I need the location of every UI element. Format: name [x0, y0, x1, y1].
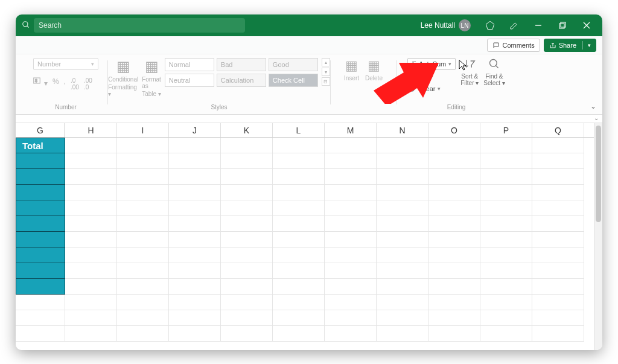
spreadsheet-grid[interactable]: GHIJKLMNOPQ Total — [16, 123, 602, 350]
cell[interactable] — [221, 279, 273, 295]
cell[interactable] — [480, 153, 532, 169]
column-header[interactable]: Q — [532, 123, 584, 137]
column-header[interactable]: H — [65, 123, 117, 137]
cell[interactable] — [532, 138, 584, 153]
style-bad[interactable]: Bad — [217, 58, 266, 71]
cell[interactable] — [325, 185, 377, 200]
cell[interactable] — [16, 200, 65, 216]
cell[interactable] — [532, 295, 584, 310]
cell[interactable] — [325, 310, 377, 326]
cell[interactable] — [16, 153, 65, 169]
number-format-select[interactable]: Number ▾ — [33, 58, 98, 70]
cell[interactable] — [169, 310, 221, 326]
cell[interactable] — [480, 310, 532, 326]
collapse-ribbon-icon[interactable]: ⌄ — [590, 102, 596, 110]
cell[interactable] — [169, 232, 221, 247]
cell[interactable] — [65, 326, 117, 342]
cell[interactable] — [117, 200, 169, 216]
cell[interactable] — [273, 247, 325, 263]
style-calculation[interactable]: Calculation — [217, 74, 266, 87]
cell[interactable] — [117, 279, 169, 295]
cell[interactable] — [169, 263, 221, 279]
chevron-down-icon[interactable]: ▾ — [322, 68, 330, 76]
chevron-up-icon[interactable]: ▴ — [322, 58, 330, 66]
sort-filter-button[interactable]: Sort & Filter ▾ — [460, 58, 479, 86]
cell[interactable] — [532, 185, 584, 200]
cell[interactable] — [16, 326, 65, 342]
cell[interactable] — [532, 247, 584, 263]
increase-decimal-icon[interactable]: .0.00 — [71, 77, 79, 91]
cell[interactable] — [117, 326, 169, 342]
cell[interactable] — [480, 232, 532, 247]
cell[interactable] — [428, 232, 480, 247]
more-styles-icon[interactable]: ⊟ — [322, 77, 330, 86]
cell[interactable] — [16, 295, 65, 310]
column-header[interactable]: P — [480, 123, 532, 137]
cell[interactable] — [480, 185, 532, 200]
cell[interactable] — [65, 138, 117, 153]
cell[interactable] — [221, 216, 273, 232]
cell[interactable] — [325, 247, 377, 263]
cell[interactable] — [325, 153, 377, 169]
cell[interactable] — [273, 138, 325, 153]
vertical-scrollbar[interactable] — [594, 123, 602, 350]
cell[interactable] — [325, 326, 377, 342]
cell[interactable] — [169, 247, 221, 263]
cell[interactable] — [532, 200, 584, 216]
cell[interactable] — [65, 295, 117, 310]
cell[interactable] — [221, 138, 273, 153]
cell[interactable] — [117, 138, 169, 153]
cell[interactable] — [480, 263, 532, 279]
cell[interactable] — [377, 232, 428, 247]
cell[interactable] — [377, 263, 428, 279]
cell[interactable] — [221, 200, 273, 216]
cell[interactable] — [325, 138, 377, 153]
cell[interactable] — [428, 200, 480, 216]
cell[interactable] — [428, 153, 480, 169]
cell[interactable] — [428, 295, 480, 310]
cell[interactable] — [428, 169, 480, 185]
cell[interactable] — [480, 200, 532, 216]
cell[interactable] — [16, 247, 65, 263]
cell[interactable] — [273, 263, 325, 279]
cell[interactable] — [480, 326, 532, 342]
cell[interactable] — [65, 263, 117, 279]
cell[interactable] — [325, 263, 377, 279]
column-header[interactable]: O — [428, 123, 480, 137]
cell[interactable] — [377, 310, 428, 326]
cell[interactable] — [65, 279, 117, 295]
cell[interactable] — [169, 169, 221, 185]
cell[interactable] — [169, 138, 221, 153]
column-header[interactable]: N — [377, 123, 428, 137]
cell[interactable] — [377, 185, 428, 200]
insert-button[interactable]: ▦ Insert — [344, 58, 359, 81]
comma-format-icon[interactable]: , — [64, 77, 66, 91]
cell[interactable] — [325, 169, 377, 185]
column-header[interactable]: M — [325, 123, 377, 137]
decrease-decimal-icon[interactable]: .00.0 — [84, 77, 92, 91]
cell[interactable] — [428, 216, 480, 232]
clear-button[interactable]: Clear ▾ — [407, 83, 456, 94]
column-header[interactable]: G — [16, 123, 65, 137]
cell[interactable] — [65, 185, 117, 200]
cell[interactable] — [273, 153, 325, 169]
cell[interactable] — [221, 169, 273, 185]
cell[interactable] — [480, 279, 532, 295]
cell[interactable] — [221, 185, 273, 200]
column-header[interactable]: J — [169, 123, 221, 137]
cell[interactable] — [117, 216, 169, 232]
cell[interactable] — [16, 279, 65, 295]
cell[interactable] — [65, 200, 117, 216]
cell[interactable] — [16, 263, 65, 279]
cell[interactable] — [377, 169, 428, 185]
cell[interactable] — [16, 216, 65, 232]
style-checkcell[interactable]: Check Cell — [269, 74, 318, 87]
cell[interactable] — [377, 153, 428, 169]
column-header[interactable]: L — [273, 123, 325, 137]
cell[interactable] — [325, 216, 377, 232]
cell[interactable] — [65, 153, 117, 169]
close-button[interactable] — [575, 14, 599, 36]
cell[interactable] — [428, 263, 480, 279]
cell[interactable] — [273, 232, 325, 247]
cell[interactable] — [117, 295, 169, 310]
